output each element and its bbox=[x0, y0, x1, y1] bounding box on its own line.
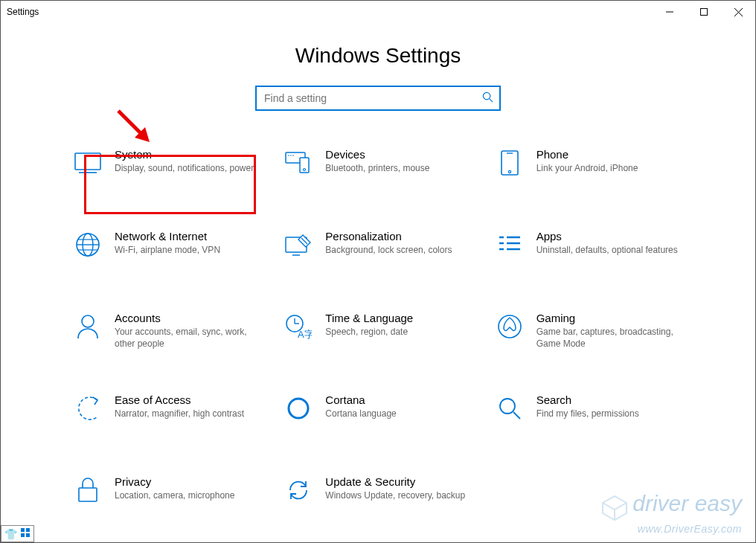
watermark-url: www.DriverEasy.com bbox=[600, 523, 742, 535]
settings-window: Settings Windows Settings bbox=[0, 0, 756, 543]
system-icon bbox=[73, 148, 103, 178]
accounts-icon bbox=[73, 312, 103, 341]
svg-point-31 bbox=[82, 315, 94, 327]
svg-rect-14 bbox=[502, 151, 518, 175]
taskbar-icon: 👕 bbox=[4, 528, 17, 540]
window-title: Settings bbox=[7, 7, 39, 17]
tile-personalization[interactable]: Personalization Background, lock screen,… bbox=[284, 230, 472, 274]
svg-line-5 bbox=[490, 98, 493, 101]
tile-subtitle: Find my files, permissions bbox=[536, 408, 683, 420]
tile-accounts[interactable]: Accounts Your accounts, email, sync, wor… bbox=[73, 312, 261, 356]
tile-privacy[interactable]: Privacy Location, camera, microphone bbox=[73, 475, 261, 520]
titlebar: Settings bbox=[1, 1, 755, 23]
tile-search[interactable]: Search Find my files, permissions bbox=[495, 393, 683, 438]
svg-point-4 bbox=[483, 92, 490, 99]
svg-point-12 bbox=[293, 155, 295, 156]
tile-devices[interactable]: Devices Bluetooth, printers, mouse bbox=[284, 148, 472, 193]
taskbar-fragment: 👕 bbox=[1, 525, 34, 542]
tile-update-security[interactable]: Update & Security Windows Update, recove… bbox=[284, 475, 472, 520]
tile-subtitle: Your accounts, email, sync, work, other … bbox=[115, 327, 261, 350]
time-language-icon: A字 bbox=[284, 312, 313, 341]
search-input[interactable] bbox=[263, 91, 482, 105]
tile-subtitle: Link your Android, iPhone bbox=[536, 163, 683, 175]
tile-title: Cortana bbox=[325, 393, 472, 407]
tile-subtitle: Bluetooth, printers, mouse bbox=[325, 163, 472, 175]
apps-icon bbox=[495, 230, 525, 260]
tile-phone[interactable]: Phone Link your Android, iPhone bbox=[495, 148, 683, 193]
tile-title: Search bbox=[536, 393, 683, 407]
tile-title: Apps bbox=[536, 230, 683, 243]
devices-icon bbox=[284, 148, 313, 178]
page-title: Windows Settings bbox=[1, 44, 755, 68]
search-tile-icon bbox=[495, 393, 525, 423]
tile-gaming[interactable]: Gaming Game bar, captures, broadcasting,… bbox=[495, 312, 683, 356]
cortana-icon bbox=[284, 393, 313, 423]
tile-subtitle: Narrator, magnifier, high contrast bbox=[115, 408, 261, 420]
tile-subtitle: Cortana language bbox=[325, 408, 472, 420]
tile-title: Network & Internet bbox=[115, 230, 261, 243]
tile-apps[interactable]: Apps Uninstall, defaults, optional featu… bbox=[495, 230, 683, 274]
close-icon bbox=[734, 8, 743, 16]
tile-cortana[interactable]: Cortana Cortana language bbox=[284, 393, 472, 438]
tile-title: Ease of Access bbox=[115, 393, 261, 407]
tile-title: Phone bbox=[536, 148, 683, 161]
svg-rect-46 bbox=[26, 528, 30, 532]
tile-subtitle: Display, sound, notifications, power bbox=[115, 163, 261, 175]
tile-subtitle: Uninstall, defaults, optional features bbox=[536, 245, 683, 257]
svg-point-11 bbox=[291, 155, 292, 156]
tile-system[interactable]: System Display, sound, notifications, po… bbox=[73, 148, 261, 193]
window-buttons bbox=[653, 1, 755, 23]
personalization-icon bbox=[284, 230, 313, 260]
svg-text:A字: A字 bbox=[298, 329, 312, 339]
svg-point-16 bbox=[508, 170, 510, 173]
update-icon bbox=[284, 475, 313, 505]
svg-point-10 bbox=[289, 155, 290, 156]
phone-icon bbox=[495, 148, 525, 178]
close-button[interactable] bbox=[721, 1, 755, 23]
svg-point-38 bbox=[500, 399, 515, 414]
maximize-button[interactable] bbox=[687, 1, 721, 23]
watermark-brand: driver easy bbox=[632, 491, 742, 515]
tile-title: Gaming bbox=[536, 312, 683, 325]
tile-subtitle: Windows Update, recovery, backup bbox=[325, 490, 472, 502]
svg-rect-40 bbox=[79, 488, 97, 501]
tile-title: Devices bbox=[325, 148, 472, 161]
tile-title: Accounts bbox=[115, 312, 261, 325]
search-box[interactable] bbox=[255, 86, 501, 111]
maximize-icon bbox=[700, 8, 708, 16]
svg-rect-6 bbox=[75, 153, 100, 170]
tile-subtitle: Background, lock screen, colors bbox=[325, 245, 472, 257]
svg-point-37 bbox=[289, 399, 308, 418]
tile-title: System bbox=[115, 148, 261, 161]
svg-rect-45 bbox=[21, 528, 25, 532]
network-icon bbox=[73, 230, 103, 260]
tile-subtitle: Game bar, captures, broadcasting, Game M… bbox=[536, 327, 683, 350]
tile-time-language[interactable]: A字 Time & Language Speech, region, date bbox=[284, 312, 472, 356]
taskbar-icon bbox=[20, 527, 31, 540]
tile-title: Update & Security bbox=[325, 475, 472, 489]
tile-subtitle: Location, camera, microphone bbox=[115, 490, 261, 502]
minimize-button[interactable] bbox=[653, 1, 687, 23]
gaming-icon bbox=[495, 312, 525, 341]
svg-line-39 bbox=[513, 412, 520, 419]
tile-network[interactable]: Network & Internet Wi-Fi, airplane mode,… bbox=[73, 230, 261, 274]
svg-rect-47 bbox=[21, 533, 25, 537]
tile-subtitle: Wi-Fi, airplane mode, VPN bbox=[115, 245, 261, 257]
privacy-icon bbox=[73, 475, 103, 505]
tile-title: Privacy bbox=[115, 475, 261, 489]
svg-rect-48 bbox=[26, 533, 30, 537]
tile-title: Personalization bbox=[325, 230, 472, 243]
tile-subtitle: Speech, region, date bbox=[325, 327, 472, 338]
tile-ease-of-access[interactable]: Ease of Access Narrator, magnifier, high… bbox=[73, 393, 261, 438]
content-area: Windows Settings System Display, sound, … bbox=[1, 23, 755, 542]
settings-grid: System Display, sound, notifications, po… bbox=[73, 148, 683, 520]
minimize-icon bbox=[666, 8, 673, 16]
svg-rect-1 bbox=[701, 9, 708, 16]
ease-of-access-icon bbox=[73, 393, 103, 423]
search-icon bbox=[482, 91, 493, 106]
watermark: driver easy www.DriverEasy.com bbox=[600, 491, 742, 535]
tile-title: Time & Language bbox=[325, 312, 472, 325]
